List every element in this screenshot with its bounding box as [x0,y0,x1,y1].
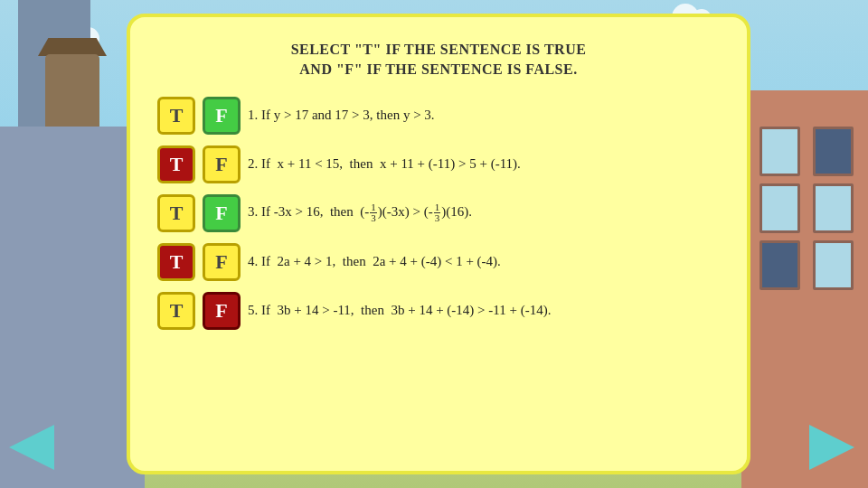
nav-right-button[interactable] [809,425,859,470]
f-button-3[interactable]: F [203,194,241,232]
nav-left-button[interactable] [9,425,59,470]
instructions-line1: Select "T" if the sentence is true [291,42,587,57]
f-button-5[interactable]: F [203,292,241,330]
window-4 [813,183,854,233]
window-5 [760,240,800,290]
t-button-3[interactable]: T [157,194,195,232]
t-button-5[interactable]: T [157,292,195,330]
question-text-1: 1. If y > 17 and 17 > 3, then y > 3. [248,107,435,125]
question-text-3: 3. If -3x > 16, then (-13)(-3x) > (-13)(… [248,202,472,223]
window-6 [813,240,854,290]
question-row-2: T F 2. If x + 11 < 15, then x + 11 + (-1… [157,145,720,183]
question-text-4: 4. If 2a + 4 > 1, then 2a + 4 + (-4) < 1… [248,253,501,271]
t-button-2[interactable]: T [157,145,195,183]
question-row-5: T F 5. If 3b + 14 > -11, then 3b + 14 + … [157,292,720,330]
question-row-1: T F 1. If y > 17 and 17 > 3, then y > 3. [157,97,720,135]
instructions-line2: and "F" if the sentence is false. [299,61,577,77]
water-tower-roof [38,38,107,56]
windows-grid [760,127,859,290]
t-button-1[interactable]: T [157,97,195,135]
window-3 [760,183,800,233]
left-arrow-icon [9,425,54,470]
window-1 [760,127,800,176]
question-row-3: T F 3. If -3x > 16, then (-13)(-3x) > (-… [157,194,720,232]
question-row-4: T F 4. If 2a + 4 > 1, then 2a + 4 + (-4)… [157,243,720,281]
t-button-4[interactable]: T [157,243,195,281]
question-text-5: 5. If 3b + 14 > -11, then 3b + 14 + (-14… [248,302,551,320]
instructions: Select "T" if the sentence is true and "… [157,40,720,80]
f-button-1[interactable]: F [203,97,241,135]
water-tower-body [45,54,99,127]
window-2 [813,127,854,176]
water-tower-base [18,0,90,127]
question-text-2: 2. If x + 11 < 15, then x + 11 + (-11) >… [248,155,521,174]
main-card: Select "T" if the sentence is true and "… [127,14,750,474]
f-button-2[interactable]: F [203,145,241,183]
right-arrow-icon [809,425,854,470]
f-button-4[interactable]: F [203,243,241,281]
